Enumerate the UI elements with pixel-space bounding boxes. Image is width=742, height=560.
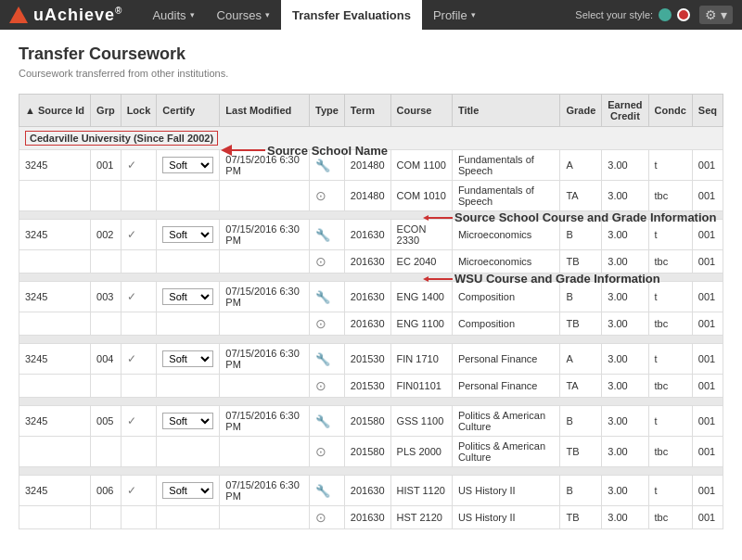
check-icon: ✓ [127, 352, 136, 365]
source-id-cell [19, 250, 91, 274]
lock-cell [121, 312, 157, 336]
group-separator [19, 336, 723, 344]
certify-cell[interactable]: Soft [157, 282, 220, 312]
table-row: 3245 003 ✓ Soft 07/15/2016 6:30 PM 🔧 201… [19, 282, 723, 312]
grp-cell [91, 250, 122, 274]
certify-cell[interactable]: Soft [157, 150, 220, 181]
grade-cell: TA [560, 181, 602, 211]
last-modified-cell [220, 375, 310, 398]
course-cell: HST 2120 [390, 506, 452, 529]
condc-cell: tbc [648, 250, 692, 274]
type-cell: 🔧 [310, 476, 345, 506]
title-cell: Personal Finance [452, 375, 560, 398]
certify-select[interactable]: Soft [162, 482, 213, 499]
certify-cell [157, 312, 220, 336]
seq-cell: 001 [692, 181, 723, 211]
annotation-source-school: Source School Name [230, 142, 388, 159]
lock-cell [121, 506, 157, 529]
condc-cell: tbc [648, 437, 692, 467]
nav-audits[interactable]: Audits ▾ [141, 0, 205, 30]
annotation-wsu-course: WSU Course and Grade Information [427, 272, 660, 286]
gear-button[interactable]: ⚙ ▾ [699, 6, 733, 24]
certify-select[interactable]: Soft [162, 288, 213, 305]
seq-cell: 001 [692, 476, 723, 506]
certify-cell[interactable]: Soft [157, 220, 220, 250]
seq-cell: 001 [692, 150, 723, 181]
table-row: ⊙ 201480 COM 1010 Fundamentals of Speech… [19, 181, 723, 211]
grade-cell: TB [560, 437, 602, 467]
type-cell: ⊙ [310, 506, 345, 529]
term-cell: 201630 [344, 476, 390, 506]
nav-left: uAchieve® Audits ▾ Courses ▾ Transfer Ev… [9, 0, 487, 30]
group-separator [19, 467, 723, 476]
condc-cell: t [648, 344, 692, 375]
col-condc: Condc [648, 95, 692, 127]
certify-cell[interactable]: Soft [157, 344, 220, 375]
term-cell: 201630 [344, 250, 390, 274]
condc-cell: tbc [648, 506, 692, 529]
red-style-dot[interactable] [677, 8, 690, 21]
term-cell: 201580 [344, 406, 390, 437]
condc-cell: tbc [648, 181, 692, 211]
title-cell: US History II [452, 476, 560, 506]
certify-select[interactable]: Soft [162, 226, 213, 243]
grp-cell: 002 [91, 220, 122, 250]
table-row: ⊙ 201630 EC 2040 Microeconomics TB 3.00 … [19, 250, 723, 274]
certify-cell[interactable]: Soft [157, 406, 220, 437]
type-cell: ⊙ [310, 181, 345, 211]
certify-cell[interactable]: Soft [157, 476, 220, 506]
source-id-cell [19, 375, 91, 398]
table-row: ⊙ 201630 HST 2120 US History II TB 3.00 … [19, 506, 723, 529]
term-cell: 201630 [344, 282, 390, 312]
lock-cell [121, 375, 157, 398]
condc-cell: t [648, 476, 692, 506]
seq-cell: 001 [692, 437, 723, 467]
last-modified-cell: 07/15/2016 6:30 PM [220, 476, 310, 506]
tool-icon: 🔧 [315, 352, 330, 366]
title-cell: Composition [452, 312, 560, 336]
earned-credit-cell: 3.00 [602, 375, 648, 398]
term-cell: 201630 [344, 506, 390, 529]
source-id-cell [19, 181, 91, 211]
certify-cell [157, 375, 220, 398]
grp-cell: 001 [91, 150, 122, 181]
certify-select[interactable]: Soft [162, 350, 213, 367]
lock-cell [121, 437, 157, 467]
col-title: Title [452, 95, 560, 127]
certify-cell [157, 181, 220, 211]
nav-courses[interactable]: Courses ▾ [206, 0, 281, 30]
logo: uAchieve® [9, 6, 122, 25]
earned-credit-cell: 3.00 [602, 181, 648, 211]
seq-cell: 001 [692, 506, 723, 529]
nav-transfer-evaluations[interactable]: Transfer Evaluations [281, 0, 422, 30]
condc-cell: tbc [648, 375, 692, 398]
school-name-box: Cedarville University (Since Fall 2002) [25, 131, 218, 146]
earned-credit-cell: 3.00 [602, 476, 648, 506]
col-source-id[interactable]: ▲ Source Id [19, 95, 91, 127]
certify-select[interactable]: Soft [162, 413, 213, 429]
nav-profile[interactable]: Profile ▾ [422, 0, 487, 30]
last-modified-cell: 07/15/2016 6:30 PM [220, 282, 310, 312]
grp-cell [91, 375, 122, 398]
source-id-cell [19, 506, 91, 529]
earned-credit-cell: 3.00 [602, 506, 648, 529]
col-earned-credit: EarnedCredit [602, 95, 648, 127]
type-cell: 🔧 [310, 344, 345, 375]
logo-triangle [9, 6, 28, 23]
page-subtitle: Coursework transferred from other instit… [19, 68, 723, 79]
check-icon: ✓ [127, 414, 136, 427]
col-course: Course [390, 95, 452, 127]
certify-cell [157, 506, 220, 529]
page-content: Transfer Coursework Coursework transferr… [0, 30, 742, 560]
grade-cell: TA [560, 375, 602, 398]
grade-cell: B [560, 476, 602, 506]
green-style-dot[interactable] [659, 8, 672, 21]
col-type: Type [310, 95, 345, 127]
source-id-cell: 3245 [19, 344, 91, 375]
certify-select[interactable]: Soft [162, 157, 213, 173]
term-cell: 201580 [344, 437, 390, 467]
term-cell: 201530 [344, 375, 390, 398]
lock-cell: ✓ [121, 476, 157, 506]
certify-cell [157, 437, 220, 467]
circle-icon: ⊙ [315, 378, 326, 393]
